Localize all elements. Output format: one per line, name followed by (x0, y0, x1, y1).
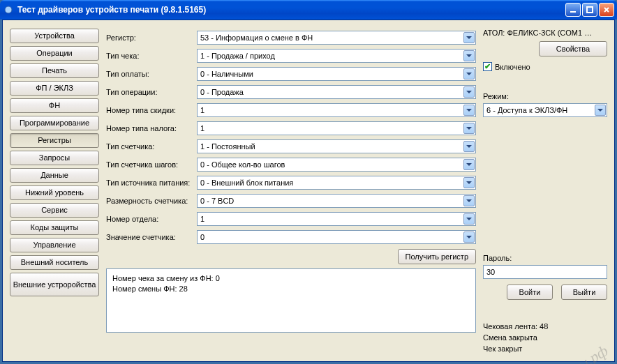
form-row-6: Тип счетчика: (106, 137, 476, 156)
close-button[interactable] (599, 3, 614, 17)
form-row-3: Тип операции: (106, 83, 476, 101)
properties-button[interactable]: Свойства (539, 41, 607, 56)
form-row-7: Тип счетчика шагов: (106, 156, 476, 174)
form-row-2: Тип оплаты: (106, 65, 476, 83)
get-register-button[interactable]: Получить регистр (398, 249, 476, 264)
sidebar-item-12[interactable]: Управление (10, 238, 99, 252)
field-select-11[interactable] (197, 230, 476, 244)
field-label: Тип счетчика шагов: (106, 160, 197, 169)
field-label: Тип источника питания: (106, 179, 197, 187)
field-label: Номер типа скидки: (106, 106, 197, 114)
form-row-8: Тип источника питания: (106, 174, 476, 192)
enabled-checkbox[interactable]: ✔ (483, 62, 492, 71)
sidebar-item-14[interactable]: Внешние устроройства (10, 273, 99, 296)
sidebar-item-1[interactable]: Операции (10, 46, 99, 61)
enabled-label: Включено (495, 63, 530, 71)
form-row-0: Регистр: (106, 29, 476, 47)
login-button[interactable]: Войти (507, 285, 553, 300)
field-label: Тип оплаты: (106, 70, 197, 78)
client-area: УстройстваОперацииПечатьФП / ЭКЛЗФНПрогр… (2, 20, 615, 362)
field-select-4[interactable] (197, 103, 476, 117)
sidebar-item-0[interactable]: Устройства (10, 29, 99, 43)
field-select-5[interactable] (197, 121, 476, 135)
sidebar-item-9[interactable]: Нижний уровень (10, 185, 99, 200)
field-select-2[interactable] (197, 67, 476, 81)
field-label: Значение счетчика: (106, 233, 197, 241)
status-line-2: Чек закрыт (483, 343, 607, 354)
status-info: Чековая лента: 48Смена закрытаЧек закрыт (483, 321, 607, 354)
form-row-9: Размерность счетчика: (106, 192, 476, 210)
field-select-7[interactable] (197, 158, 476, 172)
right-panel: АТОЛ: ФЕЛИКС-3СК (COM1 … Свойства ✔ Вклю… (483, 29, 607, 354)
field-label: Тип счетчика: (106, 142, 197, 151)
field-select-9[interactable] (197, 194, 476, 208)
sidebar-item-4[interactable]: ФН (10, 98, 99, 113)
maximize-button[interactable] (582, 3, 597, 17)
field-select-3[interactable] (197, 85, 476, 99)
mode-select[interactable] (483, 103, 607, 117)
field-select-6[interactable] (197, 139, 476, 153)
field-select-1[interactable] (197, 49, 476, 63)
sidebar-item-7[interactable]: Запросы (10, 151, 99, 165)
svg-rect-2 (587, 7, 593, 13)
form-row-4: Номер типа скидки: (106, 101, 476, 119)
window-title: Тест драйверов устройств печати (9.8.1.5… (17, 5, 565, 15)
app-icon (3, 4, 14, 15)
form-row-5: Номер типа налога: (106, 119, 476, 137)
device-name-label: АТОЛ: ФЕЛИКС-3СК (COM1 … (483, 29, 607, 37)
field-label: Размерность счетчика: (106, 197, 197, 205)
status-line-1: Смена закрыта (483, 332, 607, 343)
sidebar-item-13[interactable]: Внешний носитель (10, 255, 99, 270)
field-label: Тип чека: (106, 52, 197, 60)
form-row-1: Тип чека: (106, 47, 476, 65)
sidebar-item-8[interactable]: Данные (10, 168, 99, 183)
field-select-10[interactable] (197, 212, 476, 226)
field-label: Регистр: (106, 33, 197, 42)
field-select-0[interactable] (197, 31, 476, 45)
field-label: Тип операции: (106, 88, 197, 96)
status-line-0: Чековая лента: 48 (483, 321, 607, 332)
sidebar-item-3[interactable]: ФП / ЭКЛЗ (10, 81, 99, 96)
field-label: Номер отдела: (106, 215, 197, 223)
sidebar-item-11[interactable]: Коды защиты (10, 220, 99, 235)
result-output: Номер чека за смену из ФН: 0 Номер смены… (106, 268, 476, 333)
password-label: Пароль: (483, 254, 607, 262)
field-label: Номер типа налога: (106, 124, 197, 132)
minimize-button[interactable] (565, 3, 581, 17)
title-bar: Тест драйверов устройств печати (9.8.1.5… (0, 0, 617, 20)
logout-button[interactable]: Выйти (561, 285, 607, 300)
sidebar-item-6[interactable]: Регистры (10, 133, 99, 148)
mode-label: Режим: (483, 92, 607, 100)
form-row-11: Значение счетчика: (106, 228, 476, 246)
svg-rect-1 (570, 11, 576, 13)
field-select-8[interactable] (197, 176, 476, 190)
sidebar: УстройстваОперацииПечатьФП / ЭКЛЗФНПрогр… (10, 29, 99, 354)
svg-point-0 (5, 6, 12, 13)
main-panel: Регистр:Тип чека:Тип оплаты:Тип операции… (106, 29, 476, 354)
window-controls (565, 3, 614, 17)
form-row-10: Номер отдела: (106, 210, 476, 228)
sidebar-item-2[interactable]: Печать (10, 63, 99, 78)
sidebar-item-10[interactable]: Сервис (10, 203, 99, 218)
sidebar-item-5[interactable]: Программирование (10, 116, 99, 130)
password-input[interactable] (483, 265, 607, 279)
